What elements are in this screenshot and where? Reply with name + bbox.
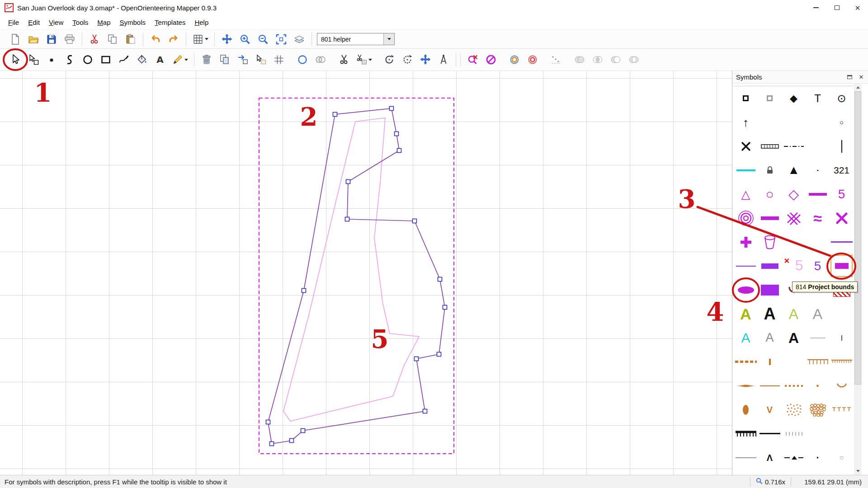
symbol-cell[interactable]	[734, 158, 758, 182]
paste-button[interactable]	[122, 31, 140, 48]
symbol-cell[interactable]	[830, 326, 854, 350]
symbol-cell[interactable]: 5	[830, 182, 854, 206]
symbol-cell[interactable]: 5	[806, 254, 830, 278]
merge-areas-tool[interactable]	[311, 51, 330, 68]
symbol-cell[interactable]: ◆	[782, 86, 806, 110]
symbol-cell[interactable]: ●	[806, 446, 830, 469]
symbol-helper-combo[interactable]: 801 helper	[317, 33, 395, 45]
show-whole-map-button[interactable]	[272, 31, 290, 48]
symbol-cell[interactable]	[830, 206, 854, 230]
edit-objects-tool[interactable]	[6, 51, 24, 68]
menu-view[interactable]: View	[44, 17, 68, 28]
symbol-cell[interactable]: A	[734, 326, 758, 350]
symbol-cell[interactable]: 321	[830, 158, 854, 182]
symbol-cell[interactable]	[758, 350, 782, 374]
duplicate-tool[interactable]	[216, 51, 234, 68]
boolean-difference-tool[interactable]	[607, 51, 625, 68]
menu-help[interactable]: Help	[190, 17, 213, 28]
zoom-out-button[interactable]	[254, 31, 272, 48]
symbol-cell[interactable]: ◇	[782, 182, 806, 206]
symbol-cell[interactable]: A	[734, 302, 758, 326]
symbol-cell[interactable]	[806, 230, 830, 254]
symbol-cell[interactable]	[782, 422, 806, 446]
print-button[interactable]	[61, 31, 79, 48]
symbol-cell[interactable]	[758, 278, 782, 302]
symbol-cell[interactable]: V	[758, 398, 782, 422]
menu-file[interactable]: File	[4, 17, 24, 28]
template-visibility-tool[interactable]	[482, 51, 500, 68]
symbol-cell[interactable]	[734, 86, 758, 110]
symbol-cell[interactable]	[782, 206, 806, 230]
boolean-intersection-tool[interactable]	[589, 51, 607, 68]
symbol-cell[interactable]	[830, 398, 854, 422]
cut-button[interactable]	[85, 31, 104, 48]
symbol-cell[interactable]	[830, 350, 854, 374]
symbol-cell[interactable]	[806, 350, 830, 374]
rotate-tool[interactable]	[380, 51, 398, 68]
symbol-cell[interactable]	[782, 350, 806, 374]
symbol-cell[interactable]: ↑	[734, 110, 758, 134]
new-map-button[interactable]	[6, 31, 24, 48]
symbol-cell[interactable]	[734, 278, 758, 302]
symbol-cell[interactable]	[782, 374, 806, 398]
symbol-cell[interactable]	[806, 134, 830, 158]
symbol-cell[interactable]: ○	[830, 446, 854, 469]
symbol-cell[interactable]	[782, 110, 806, 134]
symbol-cell[interactable]	[830, 134, 854, 158]
boolean-union-tool[interactable]	[571, 51, 589, 68]
symbol-cell[interactable]: A	[758, 326, 782, 350]
symbol-cell[interactable]	[782, 230, 806, 254]
symbol-cell[interactable]	[806, 326, 830, 350]
cut-hole-tool[interactable]	[353, 51, 375, 68]
close-button[interactable]: ✕	[847, 0, 868, 15]
combo-dropdown-button[interactable]	[383, 33, 394, 45]
symbol-cell[interactable]: △	[734, 182, 758, 206]
symbol-cell[interactable]: ○	[758, 182, 782, 206]
symbol-cell[interactable]	[758, 254, 782, 278]
draw-circle-objects-tool[interactable]	[293, 51, 311, 68]
show-grid-button[interactable]	[189, 31, 211, 48]
maximize-button[interactable]	[826, 0, 847, 15]
switch-symbol-tool[interactable]	[234, 51, 252, 68]
rotate-pattern-tool[interactable]	[398, 51, 416, 68]
symbol-cell[interactable]: A	[782, 302, 806, 326]
paint-on-template-tool[interactable]	[464, 51, 482, 68]
draw-text-tool[interactable]: A	[151, 51, 169, 68]
symbol-cell[interactable]: ⊙	[830, 86, 854, 110]
snap-tool[interactable]	[270, 51, 288, 68]
symbol-cell[interactable]	[782, 398, 806, 422]
symbol-cell[interactable]	[782, 446, 806, 469]
pen-tool[interactable]	[169, 51, 191, 68]
symbol-cell[interactable]	[806, 398, 830, 422]
symbol-cell[interactable]: ×5	[782, 254, 806, 278]
scrollbar-track[interactable]	[854, 91, 862, 467]
select-by-symbol-tool[interactable]	[252, 51, 270, 68]
measure-tool[interactable]	[434, 51, 453, 68]
menu-map[interactable]: Map	[93, 17, 115, 28]
symbol-cell[interactable]: ●	[806, 158, 830, 182]
symbol-cell[interactable]	[734, 206, 758, 230]
symbol-cell[interactable]	[758, 422, 782, 446]
symbol-cell[interactable]: ▲	[782, 158, 806, 182]
symbol-cell[interactable]	[830, 230, 854, 254]
symbol-cell[interactable]: A	[806, 302, 830, 326]
menu-edit[interactable]: Edit	[24, 17, 44, 28]
delete-tool[interactable]	[198, 51, 216, 68]
symbol-cell[interactable]	[734, 134, 758, 158]
symbol-cell[interactable]	[734, 350, 758, 374]
minimize-button[interactable]	[806, 0, 826, 15]
symbol-cell[interactable]	[734, 422, 758, 446]
symbol-cell[interactable]	[806, 182, 830, 206]
zoom-in-button[interactable]	[236, 31, 254, 48]
open-map-button[interactable]	[24, 31, 42, 48]
close-panel-button[interactable]: ✕	[857, 73, 865, 81]
symbol-cell[interactable]	[734, 398, 758, 422]
symbol-cell[interactable]	[830, 302, 854, 326]
symbols-scrollbar[interactable]	[854, 84, 862, 475]
symbol-cell[interactable]	[758, 230, 782, 254]
symbol-cell[interactable]	[758, 86, 782, 110]
undo-button[interactable]	[146, 31, 165, 48]
symbol-cell[interactable]	[758, 206, 782, 230]
draw-path-tool[interactable]	[61, 51, 79, 68]
symbol-cell[interactable]: Λ	[758, 446, 782, 469]
